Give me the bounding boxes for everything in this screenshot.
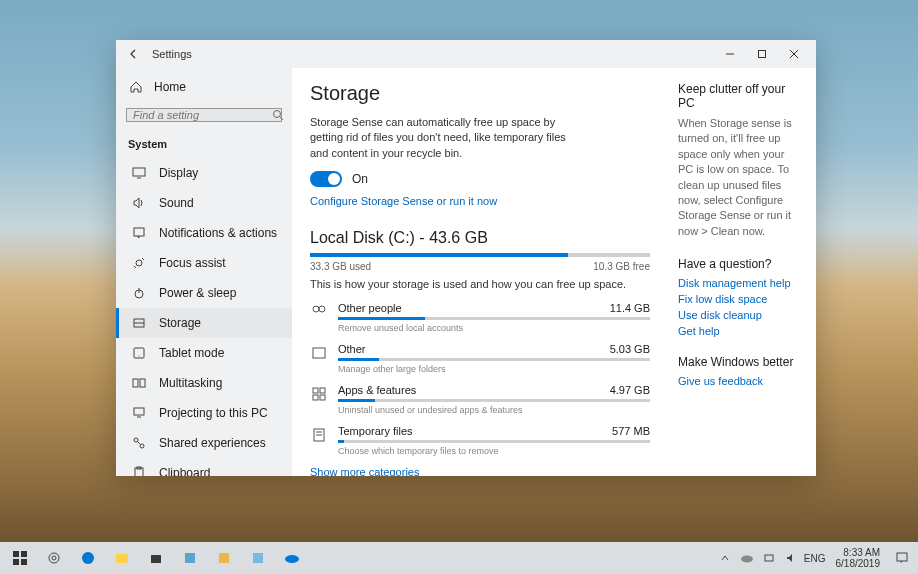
svg-rect-18 xyxy=(134,408,144,415)
clock-time: 8:33 AM xyxy=(843,547,880,558)
nav-item-label: Shared experiences xyxy=(159,436,266,450)
cloud-icon xyxy=(284,553,300,563)
nav-item-shared[interactable]: Shared experiences xyxy=(116,428,292,458)
display-icon xyxy=(131,166,147,180)
category-size: 5.03 GB xyxy=(610,343,650,355)
clutter-heading: Keep clutter off your PC xyxy=(678,82,798,110)
nav-item-sound[interactable]: Sound xyxy=(116,188,292,218)
help-link[interactable]: Fix low disk space xyxy=(678,293,798,305)
sidebar: Home System DisplaySoundNotifications & … xyxy=(116,68,292,476)
nav-item-focus[interactable]: Focus assist xyxy=(116,248,292,278)
help-link[interactable]: Disk management help xyxy=(678,277,798,289)
nav-home[interactable]: Home xyxy=(116,72,292,102)
nav-item-clipboard[interactable]: Clipboard xyxy=(116,458,292,476)
category-name: Other people xyxy=(338,302,402,314)
svg-rect-27 xyxy=(313,348,325,358)
tray-language[interactable]: ENG xyxy=(804,553,826,564)
nav-item-notifications[interactable]: Notifications & actions xyxy=(116,218,292,248)
projecting-icon xyxy=(131,406,147,420)
maximize-icon xyxy=(757,49,767,59)
category-sub: Choose which temporary files to remove xyxy=(338,446,650,456)
search-input[interactable] xyxy=(133,109,272,121)
show-more-categories-link[interactable]: Show more categories xyxy=(310,466,650,476)
toggle-label: On xyxy=(352,172,368,186)
nav-item-projecting[interactable]: Projecting to this PC xyxy=(116,398,292,428)
svg-rect-1 xyxy=(759,51,766,58)
nav-item-display[interactable]: Display xyxy=(116,158,292,188)
taskbar: ENG 8:33 AM 6/18/2019 xyxy=(0,542,918,574)
category-icon xyxy=(310,343,328,374)
category-sub: Remove unused local accounts xyxy=(338,323,650,333)
tray-onedrive[interactable] xyxy=(738,549,756,567)
windows-icon xyxy=(13,551,27,565)
maximize-button[interactable] xyxy=(746,44,778,64)
svg-rect-8 xyxy=(134,228,144,236)
svg-rect-29 xyxy=(320,388,325,393)
main-content: Storage Storage Sense can automatically … xyxy=(292,68,816,476)
edge-button[interactable] xyxy=(72,544,104,572)
svg-rect-17 xyxy=(140,379,145,387)
storage-category[interactable]: Temporary files577 MBChoose which tempor… xyxy=(310,425,650,456)
svg-rect-28 xyxy=(313,388,318,393)
svg-rect-43 xyxy=(151,555,161,563)
svg-rect-30 xyxy=(313,395,318,400)
category-icon xyxy=(310,384,328,415)
nav-item-storage[interactable]: Storage xyxy=(116,308,292,338)
nav-item-label: Multitasking xyxy=(159,376,222,390)
taskbar-clock[interactable]: 8:33 AM 6/18/2019 xyxy=(830,547,887,569)
onedrive-button[interactable] xyxy=(276,544,308,572)
category-bar xyxy=(338,317,650,320)
tray-volume[interactable] xyxy=(782,549,800,567)
svg-rect-36 xyxy=(21,551,27,557)
nav-item-tablet[interactable]: Tablet mode xyxy=(116,338,292,368)
storage-sense-toggle[interactable] xyxy=(310,171,342,187)
storage-icon xyxy=(131,316,147,330)
app-button-3[interactable] xyxy=(242,544,274,572)
nav-home-label: Home xyxy=(154,80,186,94)
action-center-button[interactable] xyxy=(890,551,914,565)
storage-category[interactable]: Apps & features4.97 GBUninstall unused o… xyxy=(310,384,650,415)
page-title: Storage xyxy=(310,82,650,105)
storage-category[interactable]: Other people11.4 GBRemove unused local a… xyxy=(310,302,650,333)
nav-item-power[interactable]: Power & sleep xyxy=(116,278,292,308)
store-icon xyxy=(149,551,163,565)
app-button-1[interactable] xyxy=(174,544,206,572)
svg-line-5 xyxy=(280,117,283,120)
svg-rect-35 xyxy=(13,551,19,557)
svg-point-25 xyxy=(313,306,319,312)
app-icon xyxy=(217,551,231,565)
storage-category[interactable]: Other5.03 GBManage other large folders xyxy=(310,343,650,374)
shared-icon xyxy=(131,436,147,450)
start-button[interactable] xyxy=(4,544,36,572)
sound-icon xyxy=(131,196,147,210)
feedback-link[interactable]: Give us feedback xyxy=(678,375,798,387)
minimize-button[interactable] xyxy=(714,44,746,64)
nav-item-label: Storage xyxy=(159,316,201,330)
chevron-up-icon xyxy=(720,553,730,563)
better-heading: Make Windows better xyxy=(678,355,798,369)
disk-usage-bar xyxy=(310,253,650,257)
help-link[interactable]: Use disk cleanup xyxy=(678,309,798,321)
nav-item-label: Sound xyxy=(159,196,194,210)
store-button[interactable] xyxy=(140,544,172,572)
configure-storage-sense-link[interactable]: Configure Storage Sense or run it now xyxy=(310,195,650,207)
window-title: Settings xyxy=(152,48,192,60)
settings-taskbar-button[interactable] xyxy=(38,544,70,572)
search-box[interactable] xyxy=(126,108,282,122)
cloud-icon xyxy=(740,553,754,563)
category-size: 11.4 GB xyxy=(610,302,650,314)
volume-icon xyxy=(785,552,797,564)
nav-item-label: Clipboard xyxy=(159,466,210,476)
category-name: Other xyxy=(338,343,366,355)
close-button[interactable] xyxy=(778,44,810,64)
svg-point-40 xyxy=(52,556,56,560)
help-link[interactable]: Get help xyxy=(678,325,798,337)
back-button[interactable] xyxy=(122,48,146,60)
svg-point-41 xyxy=(82,552,94,564)
app-button-2[interactable] xyxy=(208,544,240,572)
tray-network[interactable] xyxy=(760,549,778,567)
tray-chevron[interactable] xyxy=(716,549,734,567)
category-name: Apps & features xyxy=(338,384,416,396)
nav-item-multitasking[interactable]: Multitasking xyxy=(116,368,292,398)
explorer-button[interactable] xyxy=(106,544,138,572)
